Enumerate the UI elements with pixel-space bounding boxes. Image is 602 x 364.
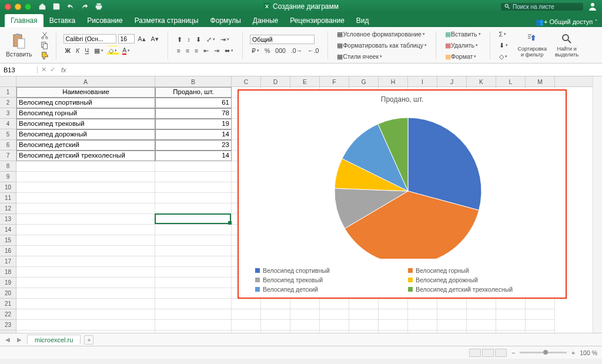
row-header[interactable]: 19	[0, 278, 16, 288]
number-format-select[interactable]	[250, 35, 315, 44]
column-header[interactable]: L	[496, 76, 526, 86]
column-header[interactable]: J	[437, 76, 467, 86]
tab-layout[interactable]: Разметка страницы	[129, 14, 205, 27]
column-header[interactable]: F	[320, 76, 349, 86]
format-painter-icon[interactable]	[41, 51, 49, 59]
column-header[interactable]: G	[349, 76, 379, 86]
zoom-out-button[interactable]: −	[511, 349, 515, 356]
column-header[interactable]: K	[467, 76, 496, 86]
page-layout-view-button[interactable]	[482, 349, 494, 357]
table-cell[interactable]: Велосипед трековый	[16, 119, 155, 129]
enter-formula-icon[interactable]: ✓	[50, 66, 55, 74]
format-as-table-button[interactable]: ▦ Форматировать как таблицу	[335, 41, 429, 50]
table-cell[interactable]: 78	[155, 108, 232, 119]
decrease-indent-button[interactable]: ⇤	[202, 46, 210, 55]
row-header[interactable]: 10	[0, 182, 16, 193]
row-header[interactable]: 5	[0, 129, 16, 140]
table-cell[interactable]: Велосипед горный	[16, 108, 155, 119]
sort-filter-button[interactable]: Сортировка и фильтр	[516, 32, 549, 59]
font-color-button[interactable]: А	[121, 45, 132, 56]
tab-formulas[interactable]: Формулы	[205, 14, 247, 27]
minimize-window-button[interactable]	[15, 4, 21, 10]
page-break-view-button[interactable]	[495, 349, 507, 357]
table-cell[interactable]: Велосипед детский	[16, 140, 155, 151]
column-header[interactable]: D	[261, 76, 290, 86]
table-header-cell[interactable]: Продано, шт.	[155, 87, 232, 98]
row-headers[interactable]: 123456789101112131415161718192021222324	[0, 87, 16, 333]
comma-button[interactable]: 000	[273, 46, 287, 55]
cancel-formula-icon[interactable]: ✕	[41, 66, 46, 74]
fill-color-button[interactable]: ◇	[107, 46, 119, 55]
column-header[interactable]: I	[408, 76, 437, 86]
column-header[interactable]: C	[232, 76, 261, 86]
ribbon-collapse-icon[interactable]: ˆ	[595, 19, 597, 26]
chart-object[interactable]: Продано, шт.Велосипед спортивныйВелосипе…	[238, 89, 567, 299]
tab-home[interactable]: Главная	[5, 14, 44, 27]
name-box[interactable]: B13	[0, 66, 38, 74]
delete-cells-button[interactable]: ▦ Удалить	[443, 41, 483, 50]
table-cell[interactable]: 61	[155, 98, 232, 108]
row-header[interactable]: 16	[0, 246, 16, 256]
row-header[interactable]: 4	[0, 119, 16, 129]
row-header[interactable]: 7	[0, 151, 16, 161]
table-cell[interactable]: 19	[155, 119, 232, 129]
normal-view-button[interactable]	[469, 349, 481, 357]
decrease-decimal-button[interactable]: ←.0	[306, 46, 320, 55]
row-header[interactable]: 6	[0, 140, 16, 151]
clear-button[interactable]: ◇	[497, 52, 510, 61]
row-header[interactable]: 15	[0, 235, 16, 246]
select-all-corner[interactable]	[0, 76, 16, 87]
zoom-level[interactable]: 100 %	[580, 349, 597, 356]
fill-button[interactable]: ⬇	[497, 41, 510, 50]
align-top-button[interactable]: ⬆	[175, 35, 184, 44]
font-name-select[interactable]	[63, 34, 116, 44]
share-button[interactable]: 👥+ Общий доступ	[536, 18, 593, 26]
print-icon[interactable]	[95, 2, 103, 11]
row-header[interactable]: 20	[0, 288, 16, 299]
cell-styles-button[interactable]: ▦ Стили ячеек	[335, 52, 429, 61]
increase-decimal-button[interactable]: .0→	[289, 46, 304, 55]
zoom-slider[interactable]	[520, 352, 567, 353]
tab-data[interactable]: Данные	[247, 14, 284, 27]
merge-button[interactable]: ⬌	[223, 46, 235, 55]
orientation-button[interactable]: ⤢	[205, 35, 217, 44]
column-header[interactable]: E	[290, 76, 320, 86]
row-header[interactable]: 22	[0, 309, 16, 320]
underline-button[interactable]: Ч	[83, 46, 91, 55]
user-icon[interactable]	[588, 2, 597, 11]
vertical-scrollbar[interactable]	[593, 76, 602, 333]
border-button[interactable]: ▦	[92, 46, 105, 55]
worksheet[interactable]: ABCDEFGHIJKLM 12345678910111213141516171…	[0, 76, 602, 333]
align-left-button[interactable]: ≡	[175, 46, 182, 55]
maximize-window-button[interactable]	[25, 4, 31, 10]
conditional-formatting-button[interactable]: ▦ Условное форматирование	[335, 29, 429, 39]
row-header[interactable]: 17	[0, 256, 16, 267]
tab-insert[interactable]: Вставка	[44, 14, 82, 27]
sheet-nav-next[interactable]: ▶	[15, 336, 24, 343]
percent-button[interactable]: %	[263, 46, 272, 55]
row-header[interactable]: 11	[0, 193, 16, 203]
undo-icon[interactable]	[66, 2, 75, 11]
increase-indent-button[interactable]: ⇥	[212, 46, 221, 55]
row-header[interactable]: 23	[0, 320, 16, 330]
increase-font-button[interactable]: A▴	[136, 34, 148, 44]
table-cell[interactable]: Велосипед спортивный	[16, 98, 155, 108]
table-cell[interactable]: 14	[155, 129, 232, 140]
align-middle-button[interactable]: ↕	[186, 35, 192, 44]
align-bottom-button[interactable]: ⬇	[194, 35, 203, 44]
sheet-tab[interactable]: microexcel.ru	[27, 335, 81, 345]
table-cell[interactable]: 23	[155, 140, 232, 151]
column-headers[interactable]: ABCDEFGHIJKLM	[16, 76, 593, 87]
paste-button[interactable]: Вставить	[4, 32, 35, 59]
bold-button[interactable]: Ж	[63, 46, 73, 55]
copy-icon[interactable]	[41, 41, 49, 49]
column-header[interactable]: H	[379, 76, 408, 86]
row-header[interactable]: 21	[0, 299, 16, 309]
column-header[interactable]: M	[526, 76, 555, 86]
row-header[interactable]: 8	[0, 161, 16, 172]
column-header[interactable]: A	[16, 76, 155, 86]
tab-draw[interactable]: Рисование	[81, 14, 128, 27]
row-header[interactable]: 14	[0, 225, 16, 235]
row-header[interactable]: 18	[0, 267, 16, 278]
table-cell[interactable]: Велосипед дорожный	[16, 129, 155, 140]
